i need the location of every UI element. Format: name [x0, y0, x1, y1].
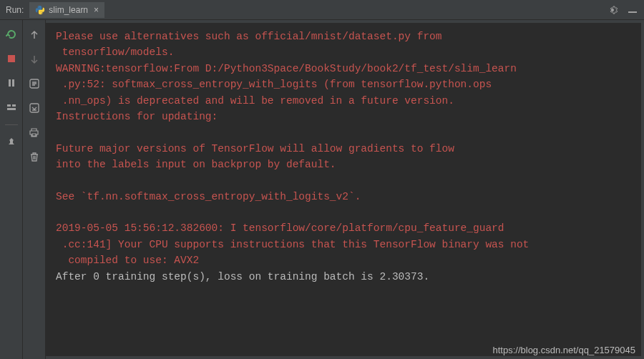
- python-file-icon: [35, 5, 45, 15]
- svg-rect-5: [12, 104, 16, 107]
- header-bar: Run: slim_learn ×: [0, 0, 644, 20]
- svg-rect-6: [7, 108, 16, 110]
- console-line: .nn_ops) is deprecated and will be remov…: [56, 93, 631, 109]
- console-line: .py:52: softmax_cross_entropy_with_logit…: [56, 77, 631, 92]
- minimize-icon[interactable]: [627, 4, 638, 16]
- layout-icon[interactable]: [4, 100, 19, 114]
- console-line: [56, 205, 631, 220]
- soft-wrap-icon[interactable]: [26, 76, 42, 92]
- console-line: Instructions for updating:: [56, 109, 631, 124]
- gear-icon[interactable]: [607, 4, 618, 16]
- tab-slim-learn[interactable]: slim_learn ×: [29, 2, 104, 18]
- console-line: tensorflow/models.: [56, 44, 631, 60]
- svg-rect-8: [30, 104, 39, 112]
- main-area: Please use alternatives such as official…: [0, 20, 644, 359]
- svg-rect-0: [628, 11, 637, 13]
- console-output[interactable]: Please use alternatives such as official…: [46, 23, 641, 356]
- svg-rect-1: [8, 55, 15, 62]
- console-line: .cc:141] Your CPU supports instructions …: [56, 237, 631, 252]
- down-arrow-icon[interactable]: [26, 51, 42, 67]
- svg-rect-3: [12, 79, 14, 87]
- svg-rect-2: [9, 79, 11, 87]
- console-line: [56, 125, 631, 141]
- console-line: WARNING:tensorflow:From D:/Python3Space/…: [56, 61, 631, 77]
- sidebar-left: [0, 20, 23, 359]
- svg-rect-4: [7, 104, 11, 107]
- console-line: Please use alternatives such as official…: [56, 29, 631, 44]
- console-line: 2019-05-05 15:56:12.382600: I tensorflow…: [56, 220, 631, 236]
- divider: [5, 124, 18, 125]
- trash-icon[interactable]: [26, 149, 42, 164]
- rerun-icon[interactable]: [4, 27, 19, 41]
- sidebar-mid: [23, 20, 46, 359]
- console-line: See `tf.nn.softmax_cross_entropy_with_lo…: [56, 189, 631, 205]
- scroll-to-end-icon[interactable]: [26, 100, 42, 116]
- console-line: After 0 training step(s), loss on traini…: [56, 269, 631, 285]
- pause-icon[interactable]: [4, 76, 19, 90]
- stop-icon[interactable]: [4, 51, 19, 66]
- header-right: [607, 4, 638, 16]
- console-line: compiled to use: AVX2: [56, 252, 631, 268]
- up-arrow-icon[interactable]: [26, 27, 42, 43]
- console-line: Future major versions of TensorFlow will…: [56, 141, 631, 157]
- run-label: Run:: [6, 5, 24, 15]
- console-line: [56, 173, 631, 189]
- tab-label: slim_learn: [49, 5, 88, 15]
- print-icon[interactable]: [26, 124, 42, 140]
- console-line: into the labels input on backprop by def…: [56, 157, 631, 172]
- close-icon[interactable]: ×: [94, 5, 99, 15]
- pin-icon[interactable]: [4, 135, 19, 149]
- watermark: https://blog.csdn.net/qq_21579045: [493, 345, 636, 355]
